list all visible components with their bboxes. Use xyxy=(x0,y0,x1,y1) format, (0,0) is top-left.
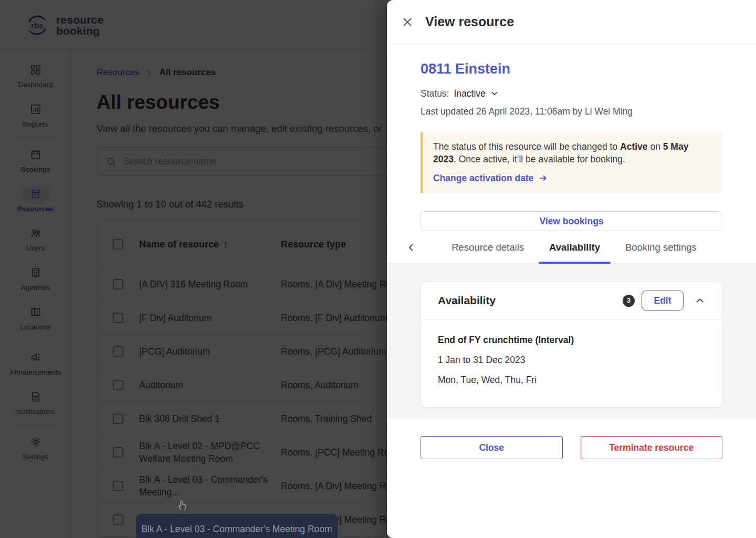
edit-button[interactable]: Edit xyxy=(642,291,684,311)
resource-name: 0811 Einstein xyxy=(421,60,722,78)
panel-title: View resource xyxy=(425,14,514,29)
panel-footer: Close Terminate resource xyxy=(387,418,756,538)
status-label: Status: xyxy=(421,88,449,99)
view-resource-panel: View resource 0811 Einstein Status: Inac… xyxy=(387,0,756,538)
view-bookings-button[interactable]: View bookings xyxy=(421,211,722,231)
tab-booking-settings[interactable]: Booking settings xyxy=(615,231,707,263)
chevron-down-icon[interactable] xyxy=(490,89,499,98)
close-button[interactable]: Close xyxy=(421,436,563,459)
change-activation-date-link[interactable]: Change activation date xyxy=(433,172,712,184)
panel-body: 0811 Einstein Status: Inactive Last upda… xyxy=(387,44,756,231)
entry-dates: 1 Jan to 31 Dec 2023 xyxy=(438,354,705,366)
arrow-right-icon xyxy=(539,174,548,182)
chevron-up-icon[interactable] xyxy=(695,295,705,306)
notice-text: The status of this resource will be chan… xyxy=(433,140,712,165)
row-hover-tooltip: Blk A - Level 03 - Commander's Meeting R… xyxy=(136,514,338,538)
availability-card: Availability 3 Edit End of FY crunchtime… xyxy=(421,281,722,408)
activation-notice: The status of this resource will be chan… xyxy=(421,132,722,193)
chevron-left-icon[interactable] xyxy=(401,243,422,252)
card-title: Availability xyxy=(438,294,623,307)
close-icon[interactable] xyxy=(400,14,415,30)
tab-resource-details[interactable]: Resource details xyxy=(441,231,534,263)
status-row: Status: Inactive xyxy=(421,87,722,100)
hand-cursor-icon xyxy=(175,497,189,512)
tab-availability[interactable]: Availability xyxy=(539,231,611,263)
availability-card-header: Availability 3 Edit xyxy=(421,282,722,319)
tab-content: Availability 3 Edit End of FY crunchtime… xyxy=(387,264,756,418)
availability-entry: End of FY crunchtime (Interval) 1 Jan to… xyxy=(421,320,722,407)
last-updated: Last updated 26 April 2023, 11:06am by L… xyxy=(421,106,722,119)
status-value: Inactive xyxy=(454,88,485,99)
entry-days: Mon, Tue, Wed, Thu, Fri xyxy=(438,374,705,386)
panel-header: View resource xyxy=(387,0,756,44)
entry-title: End of FY crunchtime (Interval) xyxy=(438,334,705,346)
tabs: Resource details Availability Booking se… xyxy=(422,231,727,263)
terminate-resource-button[interactable]: Terminate resource xyxy=(581,436,723,459)
tabs-bar: Resource details Availability Booking se… xyxy=(387,231,756,264)
count-badge: 3 xyxy=(623,295,635,307)
